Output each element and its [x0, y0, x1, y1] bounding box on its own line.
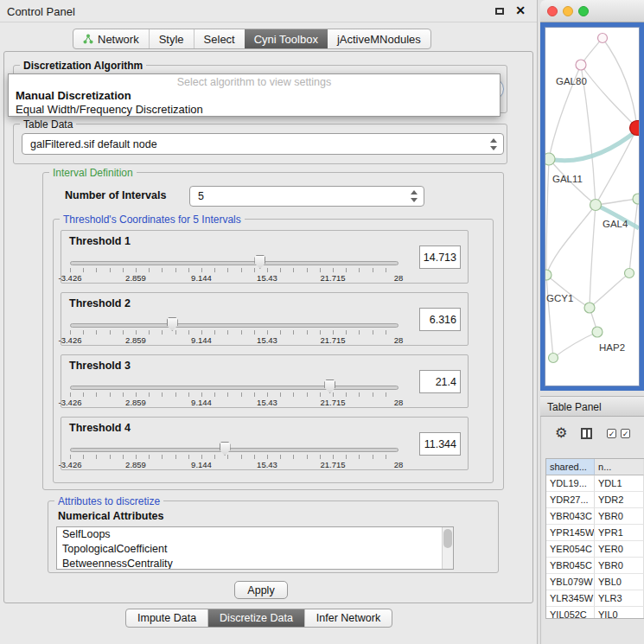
table-row[interactable]: YPR145WYPR1: [546, 525, 644, 541]
cell[interactable]: YDR27...: [546, 492, 595, 508]
network-node-hap2[interactable]: [592, 327, 603, 337]
tab-network[interactable]: Network: [73, 29, 149, 48]
slider-track[interactable]: [70, 448, 399, 452]
close-icon[interactable]: [547, 6, 558, 16]
cell[interactable]: YDL19...: [546, 475, 595, 492]
scale-label: 28: [394, 273, 404, 283]
threshold-1-value-input[interactable]: [419, 245, 461, 269]
control-panel-titlebar: Control Panel ✕: [0, 0, 537, 22]
threshold-3-slider[interactable]: -3.426 2.859 9.144 15.43 21.715 28: [70, 379, 399, 407]
scale-label: -3.426: [59, 398, 82, 407]
cell[interactable]: YBR0: [595, 508, 644, 525]
table-row[interactable]: YLR345WYLR3: [546, 590, 644, 607]
minimize-icon[interactable]: [563, 6, 573, 16]
select-checkbox-icon[interactable]: ✓: [621, 429, 630, 438]
table-row[interactable]: YBR043CYBR0: [546, 508, 644, 525]
cell[interactable]: YIL052C: [546, 607, 595, 619]
table-row[interactable]: YBR045CYBR0: [546, 558, 644, 574]
gear-icon[interactable]: ⚙: [555, 424, 567, 441]
slider-thumb[interactable]: [167, 317, 178, 331]
cell[interactable]: YIL0: [595, 607, 644, 619]
algorithm-option-manual[interactable]: Manual Discretization: [16, 89, 131, 102]
threshold-2-label: Threshold 2: [69, 297, 131, 309]
scale-label: 15.43: [257, 273, 277, 283]
cell[interactable]: YER054C: [546, 541, 595, 558]
list-scrollbar[interactable]: [442, 527, 453, 569]
slider-thumb[interactable]: [220, 442, 231, 456]
network-node[interactable]: [625, 269, 634, 278]
tab-discretize-data[interactable]: Discretize Data: [208, 609, 305, 627]
cell[interactable]: YBL0: [595, 574, 644, 590]
cell[interactable]: YPR145W: [546, 525, 595, 541]
cell[interactable]: YLR3: [595, 590, 644, 607]
cell[interactable]: YPR1: [595, 525, 644, 541]
number-of-intervals-combobox[interactable]: 5: [189, 186, 424, 207]
list-item-selfloops[interactable]: SelfLoops: [57, 527, 453, 542]
slider-track[interactable]: [70, 323, 399, 328]
table-row[interactable]: YDR27...YDR2: [546, 492, 644, 508]
columns-icon[interactable]: [581, 428, 592, 439]
thresholds-group: Threshold 1 -3.426 2.859 9.144 15.43 21.…: [53, 219, 494, 483]
table-row[interactable]: YER054CYER0: [546, 541, 644, 558]
column-header-name[interactable]: n...: [595, 459, 644, 475]
node-attribute-table: shared... n... YDL19...YDL1 YDR27...YDR2…: [545, 458, 644, 619]
network-node[interactable]: [584, 303, 595, 313]
tab-infer-network[interactable]: Infer Network: [305, 609, 392, 627]
select-all-checkbox-icon[interactable]: ✓: [607, 429, 616, 438]
list-scrollbar-thumb[interactable]: [443, 529, 452, 548]
network-canvas[interactable]: GAL80 GAL11 GAL4 GCY1 HAP2: [545, 27, 640, 386]
float-window-icon[interactable]: [495, 8, 504, 15]
table-row[interactable]: YBL079WYBL0: [546, 574, 644, 590]
tab-cyni-toolbox[interactable]: Cyni Toolbox: [245, 29, 328, 48]
threshold-1-slider[interactable]: -3.426 2.859 9.144 15.43 21.715 28: [70, 255, 399, 283]
tab-select[interactable]: Select: [194, 29, 245, 48]
table-row[interactable]: YIL052CYIL0: [546, 607, 644, 619]
cell[interactable]: YBR045C: [546, 558, 595, 574]
slider-thumb[interactable]: [324, 379, 335, 393]
cell[interactable]: YDR2: [595, 492, 644, 508]
tab-impute-data-label: Impute Data: [137, 612, 196, 624]
network-node-gcy1[interactable]: [545, 270, 552, 280]
network-node-gal4[interactable]: [590, 200, 602, 211]
threshold-3-value-input[interactable]: [419, 370, 461, 393]
network-graph: GAL80 GAL11 GAL4 GCY1 HAP2: [545, 28, 639, 386]
threshold-2-value-input[interactable]: [419, 308, 461, 331]
table-data-combobox[interactable]: galFiltered.sif default node: [22, 133, 504, 155]
slider-thumb[interactable]: [254, 255, 265, 269]
threshold-2-panel: Threshold 2 -3.426 2.859 9.144 15.43 21.…: [61, 292, 469, 346]
scale-label: -3.426: [59, 335, 82, 345]
threshold-4-slider[interactable]: -3.426 2.859 9.144 15.43 21.715 28: [70, 442, 399, 469]
network-node-gal11[interactable]: [545, 153, 555, 165]
threshold-4-value-input[interactable]: [419, 432, 461, 456]
list-item-betweennesscentrality[interactable]: BetweennessCentrality: [57, 557, 453, 570]
algorithm-option-equal-width[interactable]: Equal Width/Frequency Discretization: [16, 103, 203, 116]
cell[interactable]: YLR345W: [546, 590, 595, 607]
column-header-shared-name[interactable]: shared...: [546, 459, 595, 475]
threshold-2-slider[interactable]: -3.426 2.859 9.144 15.43 21.715 28: [70, 317, 399, 345]
threshold-3-panel: Threshold 3 -3.426 2.859 9.144 15.43 21.…: [61, 354, 469, 408]
slider-track[interactable]: [70, 261, 399, 265]
cell[interactable]: YDL1: [595, 475, 644, 492]
tab-jactivemnodules[interactable]: jActiveMNodules: [328, 29, 430, 48]
zoom-icon[interactable]: [578, 6, 589, 16]
cell[interactable]: YER0: [595, 541, 644, 558]
table-row[interactable]: YDL19...YDL1: [546, 475, 644, 492]
scale-label: 15.43: [257, 398, 277, 407]
network-node[interactable]: [549, 354, 558, 363]
check-glyph: ✓: [622, 430, 629, 438]
list-item-topologicalcoefficient[interactable]: TopologicalCoefficient: [57, 542, 453, 557]
tab-style[interactable]: Style: [150, 29, 194, 48]
network-node[interactable]: [598, 34, 608, 43]
control-panel-title: Control Panel: [7, 5, 75, 18]
discretization-algorithm-group-title: Discretization Algorithm: [20, 60, 146, 72]
slider-track[interactable]: [70, 386, 399, 390]
network-node-gal80[interactable]: [576, 60, 586, 70]
cell[interactable]: YBL079W: [546, 574, 595, 590]
tab-impute-data[interactable]: Impute Data: [126, 609, 208, 627]
cell[interactable]: YBR0: [595, 558, 644, 574]
close-panel-icon[interactable]: ✕: [515, 3, 526, 17]
apply-button[interactable]: Apply: [234, 581, 288, 599]
network-node[interactable]: [633, 194, 639, 204]
cell[interactable]: YBR043C: [546, 508, 595, 525]
scale-label: 28: [394, 460, 404, 469]
